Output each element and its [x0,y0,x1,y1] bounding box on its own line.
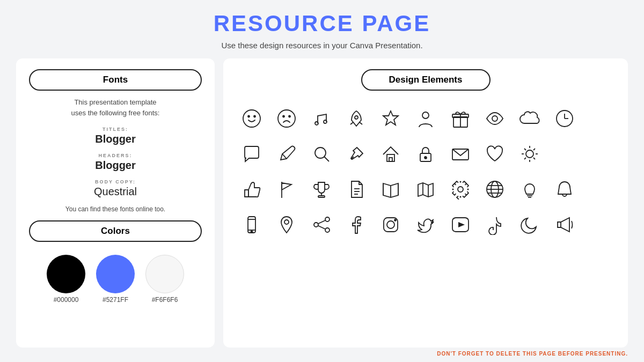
color-swatch-light: #F6F6F6 [145,255,184,304]
icon-empty5 [583,209,615,241]
color-swatches: #000000 #5271FF #F6F6F6 [47,255,184,304]
svg-rect-23 [389,158,392,161]
font-entry-body: BODY COPY: Questrial [94,176,137,198]
svg-point-8 [355,116,358,119]
icon-location [271,209,303,241]
icon-smile [236,102,268,135]
icon-share [305,209,337,241]
icon-home [375,138,407,170]
svg-line-18 [282,154,287,159]
icon-empty1 [583,102,615,135]
svg-line-20 [324,157,329,161]
icon-gift [444,102,476,135]
color-hex-light: #F6F6F6 [152,296,178,304]
icon-document [340,173,372,205]
find-fonts-text: You can find these fonts online too. [65,205,165,213]
svg-line-62 [318,220,325,224]
icon-empty4 [583,173,615,205]
icon-chat [236,138,268,170]
icon-heart [479,138,511,170]
icon-empty2 [549,138,581,170]
color-circle-black [47,255,85,293]
footer-note: DON'T FORGET TO DELETE THIS PAGE BEFORE … [16,351,628,357]
body-font-name: Questrial [94,186,137,198]
svg-marker-67 [458,222,465,227]
fonts-label: Fonts [29,69,202,91]
svg-point-58 [284,220,289,224]
icon-flag [271,173,303,205]
svg-point-66 [394,219,396,221]
svg-point-5 [289,116,290,117]
icon-tiktok [479,209,511,241]
svg-point-27 [526,150,533,158]
icon-star [375,102,407,135]
main-content: Fonts This presentation templateuses the… [16,58,628,348]
icon-empty3 [583,138,615,170]
design-elements-label: Design Elements [361,69,491,91]
icon-book [375,173,407,205]
left-panel: Fonts This presentation templateuses the… [16,58,215,348]
svg-point-3 [278,110,295,127]
icon-pencil [271,138,303,170]
icon-music [305,102,337,135]
right-panel: Design Elements [223,58,628,348]
color-circle-blue [96,255,135,293]
icon-trophy [305,173,337,205]
icon-clock [549,102,581,135]
icon-lock [410,138,442,170]
headers-category: HEADERS: [98,153,132,158]
svg-point-14 [492,116,497,121]
icon-bell [549,173,581,205]
titles-font-name: Blogger [95,133,136,145]
icons-grid [236,102,615,241]
icon-map [410,173,442,205]
fonts-description: This presentation templateuses the follo… [71,97,160,118]
svg-point-57 [251,231,253,233]
svg-point-0 [243,110,260,127]
icon-thumbsup [236,173,268,205]
color-circle-light [145,255,184,293]
color-hex-blue: #5271FF [103,296,128,304]
icon-pin [340,138,372,170]
font-entry-titles: TITLES: Blogger [95,123,136,145]
body-category: BODY COPY: [95,179,136,184]
font-entry-headers: HEADERS: Blogger [95,150,136,172]
icon-facebook [340,209,372,241]
colors-section: Colors #000000 #5271FF #F6F6F6 [29,220,202,304]
svg-line-33 [533,158,535,159]
icon-megaphone [549,209,581,241]
svg-point-65 [387,221,394,228]
icon-mail [444,138,476,170]
icon-person [410,102,442,135]
icon-rocket [340,102,372,135]
page-title: RESOURCE PAGE [214,11,431,36]
svg-line-32 [524,149,526,150]
svg-point-60 [325,228,330,232]
icon-settings [444,173,476,205]
svg-marker-9 [383,111,398,125]
svg-point-25 [425,157,427,159]
icon-cloud [514,102,546,135]
icon-twitter [410,209,442,241]
titles-category: TITLES: [103,127,128,132]
icon-sun [514,138,546,170]
colors-label: Colors [29,220,202,242]
icon-youtube [444,209,476,241]
svg-point-10 [422,112,429,119]
svg-point-2 [254,116,255,117]
color-hex-black: #000000 [54,296,79,304]
color-swatch-black: #000000 [47,255,85,304]
svg-line-34 [533,149,535,150]
icon-moon [514,209,546,241]
icon-instagram [375,209,407,241]
icon-phone [236,209,268,241]
icon-lightbulb [514,173,546,205]
icon-sad [271,102,303,135]
svg-point-4 [283,116,284,117]
icon-eye [479,102,511,135]
icon-search [305,138,337,170]
svg-line-63 [318,226,325,229]
svg-point-59 [325,217,330,221]
headers-font-name: Blogger [95,159,136,172]
svg-point-45 [458,187,463,192]
